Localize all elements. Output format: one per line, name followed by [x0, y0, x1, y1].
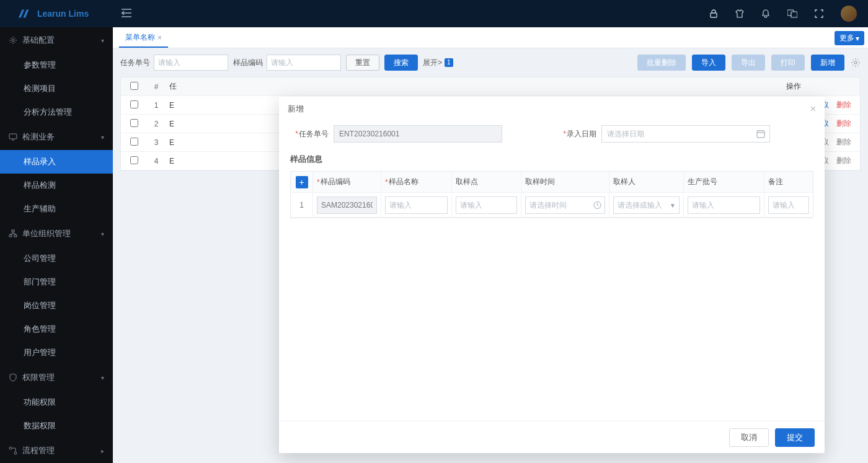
sidebar-group-basic[interactable]: 基础配置 ▾: [0, 27, 113, 53]
sidebar-group-test-biz[interactable]: 检测业务 ▾: [0, 124, 113, 150]
close-icon[interactable]: ×: [810, 104, 816, 115]
svg-rect-2: [791, 12, 797, 17]
avatar[interactable]: [841, 6, 857, 22]
org-icon: [9, 229, 17, 238]
sidebar-group-label: 单位组织管理: [22, 228, 71, 239]
col-label: 取样人: [609, 172, 684, 192]
add-row-button[interactable]: +: [296, 176, 308, 188]
sidebar-group-org[interactable]: 单位组织管理 ▾: [0, 221, 113, 247]
form-label: 录入日期: [567, 130, 596, 138]
chevron-down-icon: ▾: [101, 231, 104, 237]
sample-time-field[interactable]: [525, 196, 605, 214]
sample-point-field[interactable]: [456, 196, 517, 214]
submit-button[interactable]: 提交: [775, 428, 815, 447]
gear-icon: [9, 36, 17, 45]
svg-point-9: [14, 452, 17, 454]
task-no-field: [334, 125, 502, 143]
chevron-down-icon: ▾: [101, 374, 104, 381]
brand-text: Learun Lims: [37, 9, 89, 19]
sample-table-header: + *样品编码 *样品名称 取样点 取样时间 取样人 生产批号 备注: [291, 172, 813, 193]
language-icon[interactable]: [787, 9, 797, 18]
sidebar-group-label: 权限管理: [22, 372, 55, 383]
logo: Learun Lims: [0, 9, 113, 19]
chevron-right-icon: ▸: [101, 448, 104, 454]
sidebar-item-company[interactable]: 公司管理: [0, 247, 113, 270]
sample-name-field[interactable]: [385, 196, 448, 214]
sidebar-item-analysis[interactable]: 分析方法管理: [0, 100, 113, 124]
collapse-sidebar-button[interactable]: [113, 9, 140, 19]
col-label: 取样时间: [521, 172, 609, 192]
monitor-icon: [9, 133, 17, 141]
modal-title: 新增: [288, 104, 304, 115]
modal-footer: 取消 提交: [279, 421, 825, 453]
fullscreen-icon[interactable]: [815, 9, 823, 18]
app-header: Learun Lims: [0, 0, 868, 27]
form-label: 任务单号: [299, 130, 329, 138]
main-area: 菜单名称 × 更多 ▾ 任务单号 样品编码 重置 搜索 展开> 1: [113, 27, 868, 463]
col-label: 生产批号: [684, 172, 764, 192]
sample-note-field[interactable]: [768, 196, 809, 214]
svg-rect-5: [12, 230, 14, 232]
sample-code-field: [317, 196, 377, 214]
section-title: 样品信息: [290, 154, 813, 165]
sidebar-item-sample-entry[interactable]: 样品录入: [0, 150, 113, 174]
flow-icon: [9, 446, 17, 455]
sample-person-field[interactable]: [613, 196, 680, 214]
sidebar-item-role[interactable]: 角色管理: [0, 317, 113, 341]
sidebar-group-label: 基础配置: [22, 35, 55, 46]
col-label: 样品名称: [389, 177, 418, 187]
shield-icon: [9, 373, 17, 382]
sidebar-item-user[interactable]: 用户管理: [0, 341, 113, 364]
form-date: *录入日期: [558, 125, 770, 143]
sidebar-item-params[interactable]: 参数管理: [0, 53, 113, 77]
sidebar-item-func-perm[interactable]: 功能权限: [0, 390, 113, 414]
sample-row: 1 ▼: [291, 193, 813, 218]
svg-rect-4: [9, 134, 17, 139]
col-label: 取样点: [452, 172, 521, 192]
sidebar-item-test-items[interactable]: 检测项目: [0, 77, 113, 100]
sidebar-group-flow[interactable]: 流程管理 ▸: [0, 438, 113, 463]
sidebar-group-perm[interactable]: 权限管理 ▾: [0, 364, 113, 390]
shirt-icon[interactable]: [735, 9, 744, 18]
sidebar-item-position[interactable]: 岗位管理: [0, 294, 113, 317]
date-field[interactable]: [601, 125, 770, 143]
add-modal: 新增 × *任务单号 *录入日期 样品信息: [279, 97, 825, 453]
svg-point-3: [12, 39, 14, 42]
row-index: 1: [291, 193, 313, 217]
sidebar-group-label: 检测业务: [22, 131, 55, 143]
sidebar-item-dept[interactable]: 部门管理: [0, 270, 113, 294]
cancel-button[interactable]: 取消: [729, 428, 769, 447]
bell-icon[interactable]: [761, 9, 770, 18]
sidebar-item-prod-assist[interactable]: 生产辅助: [0, 197, 113, 221]
sidebar-group-label: 流程管理: [22, 445, 55, 456]
header-actions: [709, 6, 868, 22]
svg-rect-6: [9, 235, 12, 237]
sample-table: + *样品编码 *样品名称 取样点 取样时间 取样人 生产批号 备注 1: [290, 171, 813, 218]
chevron-down-icon: ▾: [101, 134, 104, 141]
lock-icon[interactable]: [709, 9, 718, 18]
svg-rect-0: [711, 13, 717, 17]
logo-icon: [19, 9, 32, 18]
svg-rect-7: [14, 235, 17, 237]
col-label: 样品编码: [321, 177, 350, 187]
form-task-no: *任务单号: [290, 125, 502, 143]
sidebar-item-data-perm[interactable]: 数据权限: [0, 414, 113, 438]
svg-point-8: [9, 447, 12, 449]
chevron-down-icon: ▾: [101, 37, 104, 44]
col-label: 备注: [764, 172, 813, 192]
sidebar-item-sample-test[interactable]: 样品检测: [0, 174, 113, 197]
sample-batch-field[interactable]: [688, 196, 760, 214]
sidebar: 基础配置 ▾ 参数管理 检测项目 分析方法管理 检测业务 ▾ 样品录入 样品检测…: [0, 27, 113, 463]
modal-header: 新增 ×: [279, 97, 825, 121]
